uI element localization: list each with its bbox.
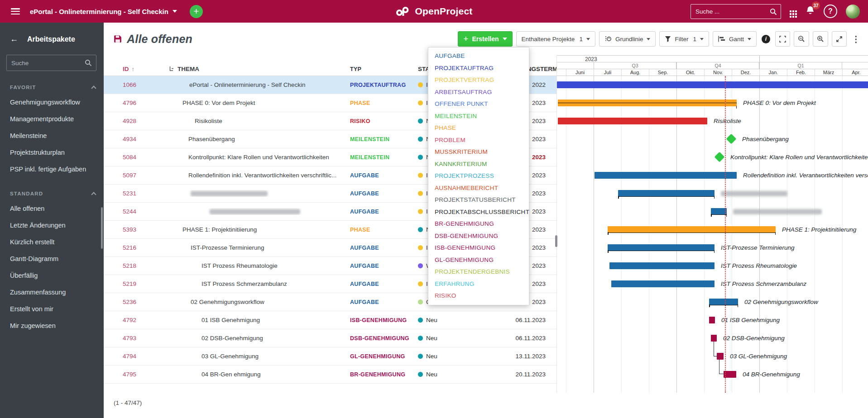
table-row[interactable]: 479201 ISB GenehmigungISB-GENEHMIGUNGNeu…	[104, 311, 556, 329]
create-menu-item[interactable]: BR-GENEHMIGUNG	[428, 218, 529, 230]
zoom-out-button[interactable]	[794, 31, 809, 47]
hierarchy-icon[interactable]	[169, 66, 175, 72]
table-row[interactable]: 479504 BR-Gen ehmigungBR-GENEHMIGUNGNeu2…	[104, 366, 556, 384]
back-arrow-icon[interactable]: ←	[10, 34, 18, 44]
work-package-status[interactable]: Neu	[418, 317, 510, 323]
gantt-bar[interactable]	[609, 262, 715, 269]
create-menu-item[interactable]: MEILENSTEIN	[428, 110, 529, 123]
work-package-type[interactable]: AUFGABE	[350, 190, 418, 197]
sidebar-item-meilensteine[interactable]: Meilensteine	[0, 127, 104, 144]
collapse-chevron-icon[interactable]	[173, 232, 177, 233]
zoom-in-button[interactable]	[813, 31, 828, 47]
sidebar-item-mir-zugewiesen[interactable]: Mir zugewiesen	[0, 317, 104, 334]
sidebar-item-zusammenfassung[interactable]: Zusammenfassung	[0, 284, 104, 300]
sidebar-search[interactable]	[6, 55, 96, 71]
gantt-mode-button[interactable]: Gantt	[713, 31, 757, 47]
gantt-bar[interactable]	[608, 226, 776, 233]
start-date[interactable]: 13.11.2023	[510, 353, 546, 360]
work-package-type[interactable]: AUFGABE	[350, 299, 418, 305]
help-icon[interactable]: ?	[824, 5, 837, 18]
work-package-type[interactable]: PHASE	[350, 227, 418, 233]
create-menu-item[interactable]: PROJEKTENDERGEBNIS	[428, 266, 529, 278]
create-menu-item[interactable]: MUSSKRITERIUM	[428, 146, 529, 158]
sidebar-item-projektstrukturplan[interactable]: Projektstrukturplan	[0, 144, 104, 161]
collapse-chevron-icon[interactable]	[181, 250, 186, 251]
work-package-type[interactable]: AUFGABE	[350, 263, 418, 269]
table-row[interactable]: 479302 DSB-GenehmigungDSB-GENEHMIGUNGNeu…	[104, 329, 556, 347]
milestone-diamond[interactable]	[715, 152, 725, 162]
column-thema[interactable]: THEMA	[177, 66, 199, 72]
sidebar-item-letzte-nderungen[interactable]: Letzte Änderungen	[0, 217, 104, 233]
create-menu-item[interactable]: PROJEKTVERTRAG	[428, 74, 529, 86]
work-package-id-link[interactable]: 4928	[123, 118, 169, 124]
gantt-bar[interactable]	[709, 299, 738, 305]
more-options-kebab-icon[interactable]: ⋮	[850, 34, 862, 44]
info-button[interactable]: i	[760, 35, 772, 43]
work-package-id-link[interactable]: 5236	[123, 299, 169, 305]
table-row[interactable]: 479403 GL-GenehmigungGL-GENEHMIGUNGNeu13…	[104, 347, 556, 366]
work-package-id-link[interactable]: 5216	[123, 244, 169, 251]
work-package-type[interactable]: ISB-GENEHMIGUNG	[350, 317, 418, 323]
create-menu-item[interactable]: ARBEITSAUFTRAG	[428, 86, 529, 99]
sidebar-item--berf-llig[interactable]: Überfällig	[0, 267, 104, 284]
work-package-subject[interactable]: IST Prozess Rheumatologie	[169, 262, 350, 269]
create-menu-item[interactable]: PROJEKTSTATUSBERICHT	[428, 194, 529, 206]
work-package-id-link[interactable]: 1066	[123, 81, 169, 88]
sidebar-item-genehmigungsworkflow[interactable]: Genehmigungsworkflow	[0, 94, 104, 110]
work-package-id-link[interactable]: 5218	[123, 262, 169, 269]
work-package-type[interactable]: AUFGABE	[350, 209, 418, 215]
sidebar-item-k-rzlich-erstellt[interactable]: Kürzlich erstellt	[0, 233, 104, 250]
collapse-chevron-icon[interactable]	[181, 195, 186, 197]
start-date[interactable]: 20.11.2023	[510, 371, 546, 378]
work-package-subject[interactable]: ePortal - Onlineterminierung - Self Chec…	[169, 81, 350, 88]
apps-grid-icon[interactable]	[790, 5, 797, 18]
sidebar-item-managementprodukte[interactable]: Managementprodukte	[0, 110, 104, 127]
work-package-subject[interactable]: 03 GL-Genehmigung	[169, 353, 350, 360]
create-menu-item[interactable]: ISB-GENEHMIGUNG	[428, 242, 529, 254]
create-menu-item[interactable]: AUFGABE	[428, 50, 529, 62]
work-package-id-link[interactable]: 4793	[123, 335, 169, 342]
create-menu-item[interactable]: AUSNAHMEBERICHT	[428, 182, 529, 195]
work-package-subject[interactable]: 04 BR-Gen ehmigung	[169, 371, 350, 378]
work-package-id-link[interactable]: 5231	[123, 190, 169, 197]
notifications-bell-icon[interactable]: 37	[806, 5, 815, 17]
work-package-type[interactable]: PHASE	[350, 100, 418, 106]
work-package-id-link[interactable]: 4792	[123, 317, 169, 323]
sidebar-section-header[interactable]: STANDARD	[10, 191, 96, 196]
openproject-logo[interactable]: OpenProject	[395, 6, 472, 17]
work-package-subject[interactable]: Risikoliste	[169, 118, 350, 124]
global-search-input[interactable]	[691, 5, 781, 19]
work-package-subject[interactable]	[169, 208, 350, 215]
work-package-type[interactable]: MEILENSTEIN	[350, 154, 418, 161]
work-package-id-link[interactable]: 5084	[123, 154, 169, 161]
start-date[interactable]: 06.11.2023	[510, 317, 546, 323]
gantt-bar[interactable]	[717, 353, 724, 360]
gantt-bar[interactable]	[709, 317, 715, 323]
work-package-subject[interactable]: PHASE 0: Vor dem Projekt	[169, 100, 350, 106]
work-package-status[interactable]: Neu	[418, 371, 510, 378]
work-package-subject[interactable]: Rollendefinition inkl. Verantwortlichkei…	[169, 172, 350, 179]
work-package-subject[interactable]: Kontrollpunkt: Klare Rollen und Verantwo…	[169, 154, 350, 161]
create-menu-item[interactable]: PROJEKTPROZESS	[428, 170, 529, 182]
sidebar-item-gantt-diagramm[interactable]: Gantt-Diagramm	[0, 250, 104, 267]
hamburger-menu-icon[interactable]	[11, 8, 20, 14]
work-package-subject[interactable]	[169, 190, 350, 197]
collapse-chevron-icon[interactable]	[173, 105, 177, 106]
collapse-chevron-icon[interactable]	[181, 304, 186, 305]
create-menu-item[interactable]: GL-GENEHMIGUNG	[428, 254, 529, 266]
milestone-diamond[interactable]	[726, 134, 737, 144]
work-package-type[interactable]: MEILENSTEIN	[350, 136, 418, 142]
create-menu-item[interactable]: DSB-GENEHMIGUNG	[428, 230, 529, 242]
work-package-subject[interactable]: 02 DSB-Genehmigung	[169, 335, 350, 342]
gantt-bar[interactable]	[711, 335, 717, 342]
create-menu-item[interactable]: PROJEKTABSCHLUSSBERICHT	[428, 206, 529, 218]
work-package-id-link[interactable]: 4796	[123, 100, 169, 106]
work-package-status[interactable]: Neu	[418, 335, 510, 342]
work-package-subject[interactable]: Phasenübergang	[169, 136, 350, 142]
work-package-id-link[interactable]: 5097	[123, 172, 169, 179]
work-package-subject[interactable]: IST-Prozesse Terminierung	[169, 244, 350, 251]
work-package-subject[interactable]: 01 ISB Genehmigung	[169, 317, 350, 323]
sidebar-section-header[interactable]: FAVORIT	[10, 85, 96, 90]
project-selector[interactable]: ePortal - Onlineterminierung - Self Chec…	[30, 8, 177, 15]
work-package-subject[interactable]: IST Prozess Schmerzambulanz	[169, 280, 350, 287]
